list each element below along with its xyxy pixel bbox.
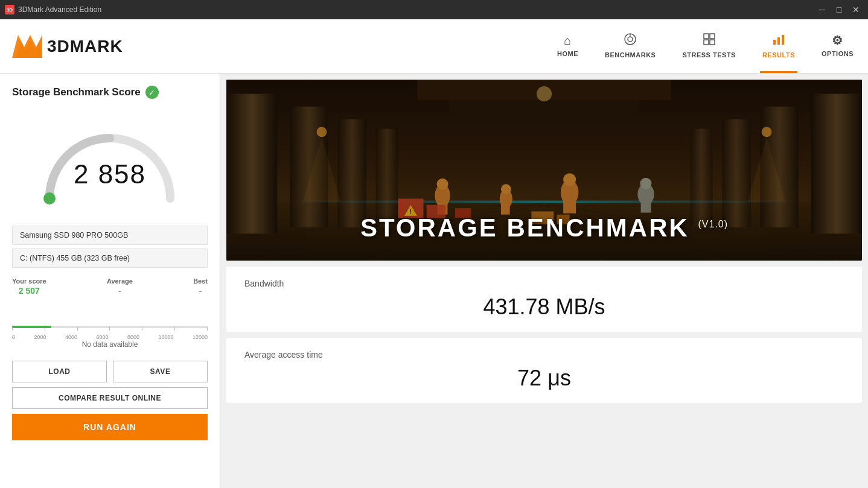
check-icon: ✓ bbox=[145, 86, 159, 99]
title-bar-left: 3D 3DMark Advanced Edition bbox=[5, 5, 101, 14]
no-data-text: No data available bbox=[12, 340, 208, 349]
main-nav: ⌂ HOME BENCHMARKS bbox=[555, 19, 856, 73]
tick-4 bbox=[142, 327, 142, 331]
minimize-button[interactable]: ─ bbox=[815, 2, 829, 17]
svg-rect-11 bbox=[782, 35, 784, 45]
load-save-row: LOAD SAVE bbox=[12, 361, 208, 382]
average-value: - bbox=[118, 286, 121, 296]
svg-rect-7 bbox=[704, 40, 709, 45]
bar-label-6: 12000 bbox=[193, 334, 208, 340]
stress-tests-icon bbox=[703, 33, 716, 49]
compare-button[interactable]: COMPARE RESULT ONLINE bbox=[12, 387, 208, 409]
tick-3 bbox=[109, 327, 110, 331]
hero-title-text: STORAGE BENCHMARK (V1.0) bbox=[360, 214, 728, 242]
nav-stress-tests-label: STRESS TESTS bbox=[682, 51, 736, 59]
bar-label-2: 4000 bbox=[65, 334, 77, 340]
best-value: - bbox=[199, 286, 202, 296]
bar-label-1: 2000 bbox=[34, 334, 46, 340]
your-score-value: 2 507 bbox=[19, 286, 40, 296]
access-time-label: Average access time bbox=[244, 350, 844, 360]
close-button[interactable]: ✕ bbox=[849, 2, 863, 17]
average-col: Average - bbox=[107, 277, 133, 296]
gauge-score: 2 858 bbox=[74, 159, 146, 189]
options-icon: ⚙ bbox=[832, 33, 843, 48]
tick-6 bbox=[207, 327, 208, 331]
score-title: Storage Benchmark Score bbox=[12, 86, 141, 98]
logo-text: 3DMARK bbox=[47, 37, 123, 56]
nav-results-label: RESULTS bbox=[762, 51, 795, 59]
svg-rect-5 bbox=[704, 34, 709, 39]
bandwidth-value: 431.78 MB/s bbox=[244, 294, 844, 320]
best-col: Best - bbox=[193, 277, 208, 296]
svg-rect-6 bbox=[710, 34, 715, 39]
nav-options[interactable]: ⚙ OPTIONS bbox=[819, 19, 856, 73]
hero-title-label: STORAGE BENCHMARK bbox=[360, 214, 689, 242]
run-again-button[interactable]: RUN AGAIN bbox=[12, 414, 208, 440]
benchmarks-icon bbox=[624, 33, 637, 49]
bandwidth-card: Bandwidth 431.78 MB/s bbox=[226, 267, 862, 332]
bar-label-3: 6000 bbox=[96, 334, 108, 340]
app-icon: 3D bbox=[5, 5, 14, 14]
tick-1 bbox=[45, 327, 45, 331]
svg-rect-9 bbox=[773, 40, 776, 45]
bar-ticks bbox=[12, 327, 208, 331]
left-panel: Storage Benchmark Score ✓ 2 858 Samsung … bbox=[0, 74, 220, 488]
nav-home[interactable]: ⌂ HOME bbox=[555, 19, 581, 73]
nav-stress-tests[interactable]: STRESS TESTS bbox=[680, 19, 738, 73]
tick-2 bbox=[77, 327, 78, 331]
bar-label-4: 8000 bbox=[127, 334, 139, 340]
bandwidth-label: Bandwidth bbox=[244, 279, 844, 288]
main-content: Storage Benchmark Score ✓ 2 858 Samsung … bbox=[0, 74, 868, 488]
tick-0 bbox=[12, 327, 13, 331]
maximize-button[interactable]: □ bbox=[832, 2, 846, 17]
your-score-label: Your score bbox=[12, 277, 46, 285]
nav-options-label: OPTIONS bbox=[822, 50, 854, 57]
header: 3DMARK ⌂ HOME BENCHMARKS bbox=[0, 19, 868, 74]
results-icon bbox=[772, 33, 785, 49]
svg-rect-10 bbox=[777, 37, 780, 45]
stats-row: Your score 2 507 Average - Best - bbox=[12, 277, 208, 296]
app-title: 3DMark Advanced Edition bbox=[18, 5, 101, 14]
load-button[interactable]: LOAD bbox=[12, 361, 107, 382]
title-bar: 3D 3DMark Advanced Edition ─ □ ✕ bbox=[0, 0, 868, 19]
home-icon: ⌂ bbox=[564, 34, 572, 48]
ssd-name: Samsung SSD 980 PRO 500GB bbox=[12, 226, 208, 245]
access-time-value: 72 μs bbox=[244, 366, 844, 391]
nav-benchmarks-label: BENCHMARKS bbox=[605, 51, 656, 59]
save-button[interactable]: SAVE bbox=[113, 361, 208, 382]
window-controls: ─ □ ✕ bbox=[815, 2, 863, 17]
score-header: Storage Benchmark Score ✓ bbox=[12, 86, 208, 99]
logo: 3DMARK bbox=[12, 35, 123, 58]
bar-chart: 0 2000 4000 6000 8000 10000 12000 bbox=[12, 304, 208, 340]
svg-point-12 bbox=[43, 192, 56, 204]
drive-info: C: (NTFS) 455 GB (323 GB free) bbox=[12, 249, 208, 268]
hero-version-label: (V1.0) bbox=[698, 219, 729, 229]
average-label: Average bbox=[107, 277, 133, 285]
hero-image: ! STORAGE BENCHMARK (V1.0) bbox=[226, 80, 862, 261]
gauge-container: 2 858 bbox=[31, 105, 188, 226]
bar-label-0: 0 bbox=[12, 334, 15, 340]
nav-home-label: HOME bbox=[557, 50, 578, 57]
bar-labels: 0 2000 4000 6000 8000 10000 12000 bbox=[12, 334, 208, 340]
tick-5 bbox=[174, 327, 175, 331]
app-window: 3DMARK ⌂ HOME BENCHMARKS bbox=[0, 19, 868, 488]
your-score-col: Your score 2 507 bbox=[12, 277, 46, 296]
access-time-card: Average access time 72 μs bbox=[226, 338, 862, 403]
logo-svg bbox=[12, 35, 42, 58]
nav-benchmarks[interactable]: BENCHMARKS bbox=[602, 19, 658, 73]
best-label: Best bbox=[193, 277, 208, 285]
svg-point-3 bbox=[628, 37, 633, 42]
right-panel: ! STORAGE BENCHMARK (V1.0) Bandwidth bbox=[220, 74, 868, 488]
nav-results[interactable]: RESULTS bbox=[760, 19, 797, 73]
svg-rect-8 bbox=[710, 40, 715, 45]
bar-label-5: 10000 bbox=[158, 334, 173, 340]
